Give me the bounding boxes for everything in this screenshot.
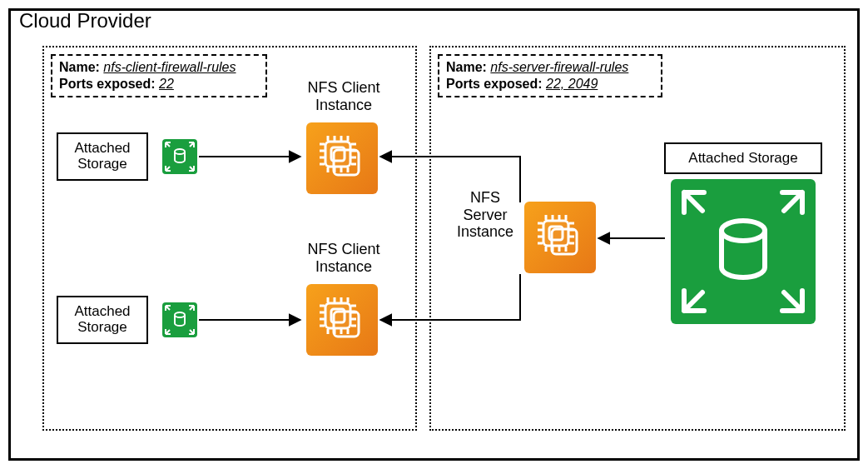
arrows-layer: [11, 11, 857, 458]
diagram-canvas: Cloud Provider Name: nfs-client-firewall…: [0, 0, 868, 469]
cloud-provider-box: Cloud Provider Name: nfs-client-firewall…: [8, 8, 860, 461]
